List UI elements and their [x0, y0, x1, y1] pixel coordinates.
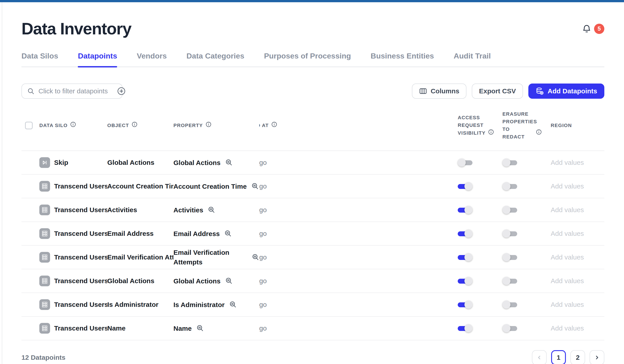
access-request-visibility-toggle[interactable] [458, 230, 472, 238]
inspect-property-icon[interactable] [196, 324, 204, 332]
data-silo-name: Transcend Users [54, 253, 107, 261]
object-name: Global Actions [107, 277, 173, 285]
erasure-redact-toggle[interactable] [502, 182, 517, 190]
column-header-property: PROPERTY [173, 122, 203, 129]
column-header-access-request-visibility: ACCESS REQUEST VISIBILITY [451, 114, 496, 137]
erasure-redact-toggle[interactable] [502, 324, 517, 332]
info-icon[interactable] [132, 121, 137, 129]
region-add-values-button[interactable]: Add values [551, 230, 584, 237]
inspect-property-icon[interactable] [225, 277, 233, 285]
columns-button[interactable]: Columns [412, 84, 467, 99]
access-request-visibility-toggle[interactable] [458, 253, 472, 261]
object-name: Email Verification Attempts [107, 253, 173, 261]
column-header-erasure-properties-to-redact: ERASURE PROPERTIES TO REDACT [496, 110, 542, 141]
erasure-redact-toggle[interactable] [502, 301, 517, 309]
server-icon [39, 323, 50, 334]
inspect-property-icon[interactable] [251, 182, 259, 190]
table-body: Skip Global Actions Global Actions go Ad… [22, 151, 604, 340]
region-add-values-button[interactable]: Add values [551, 159, 584, 166]
erasure-redact-toggle[interactable] [502, 277, 517, 285]
access-request-visibility-toggle[interactable] [458, 182, 472, 190]
erasure-redact-toggle[interactable] [502, 253, 517, 261]
access-request-visibility-toggle[interactable] [458, 277, 472, 285]
table-row[interactable]: Skip Global Actions Global Actions go Ad… [22, 151, 604, 175]
table-row[interactable]: Transcend Users Global Actions Global Ac… [22, 269, 604, 293]
erasure-redact-toggle[interactable] [502, 206, 517, 214]
page-2-button[interactable]: 2 [570, 350, 585, 364]
access-request-visibility-toggle[interactable] [458, 324, 472, 332]
region-add-values-button[interactable]: Add values [551, 206, 584, 214]
pagination: 1 2 [532, 350, 604, 364]
erasure-redact-toggle[interactable] [502, 230, 517, 238]
table-row[interactable]: Transcend Users Email Address Email Addr… [22, 222, 604, 246]
tab-purposes-of-processing[interactable]: Purposes of Processing [264, 51, 351, 66]
info-icon[interactable] [488, 129, 494, 137]
datapoints-table: DATA SILO OBJECT PROPERTY D AT ACCE [22, 99, 604, 340]
info-icon[interactable] [206, 121, 211, 129]
server-icon [39, 205, 50, 215]
add-datapoints-button[interactable]: Add Datapoints [528, 84, 604, 99]
access-request-visibility-toggle[interactable] [458, 159, 472, 167]
tab-business-entities[interactable]: Business Entities [370, 51, 434, 66]
bell-icon [582, 24, 592, 34]
data-silo-name: Transcend Users [54, 277, 107, 285]
created-at-clipped-text: go [259, 230, 267, 237]
inspect-property-icon[interactable] [225, 159, 233, 166]
tab-audit-trail[interactable]: Audit Trail [454, 51, 491, 66]
table-row[interactable]: Transcend Users Name Name go Add values [22, 317, 604, 340]
notifications-button[interactable]: 5 [582, 24, 604, 34]
table-row[interactable]: Transcend Users Is Administrator Is Admi… [22, 293, 604, 317]
tab-data-silos[interactable]: Data Silos [22, 51, 58, 66]
inspect-property-icon[interactable] [224, 230, 232, 237]
table-row[interactable]: Transcend Users Email Verification Attem… [22, 246, 604, 269]
page-title: Data Inventory [22, 19, 131, 38]
next-page-button[interactable] [590, 350, 604, 364]
region-add-values-button[interactable]: Add values [551, 301, 584, 308]
created-at-clipped-text: go [259, 324, 267, 332]
created-at-clipped-text: go [259, 277, 267, 285]
server-icon [39, 276, 50, 286]
filter-datapoints-input[interactable]: Click to filter datapoints [22, 84, 123, 99]
info-icon[interactable] [271, 121, 277, 129]
select-all-checkbox[interactable] [25, 122, 33, 129]
table-row[interactable]: Transcend Users Activities Activities go… [22, 198, 604, 222]
access-request-visibility-toggle[interactable] [458, 301, 472, 309]
prev-page-button[interactable] [532, 350, 547, 364]
table-row[interactable]: Transcend Users Account Creation Time Ac… [22, 175, 604, 198]
erasure-redact-toggle[interactable] [502, 159, 517, 167]
inspect-property-icon[interactable] [208, 206, 215, 214]
region-add-values-button[interactable]: Add values [551, 277, 584, 285]
object-name: Name [107, 324, 173, 332]
column-header-data-silo: DATA SILO [39, 122, 68, 129]
info-icon[interactable] [536, 129, 542, 137]
object-name: Is Administrator [107, 301, 173, 308]
server-icon [39, 299, 50, 310]
notification-badge: 5 [594, 24, 604, 34]
property-name: Is Administrator [173, 300, 225, 310]
tab-datapoints[interactable]: Datapoints [78, 51, 117, 66]
data-silo-name: Transcend Users [54, 230, 107, 237]
property-name: Email Address [173, 229, 220, 239]
region-add-values-button[interactable]: Add values [551, 253, 584, 261]
region-add-values-button[interactable]: Add values [551, 182, 584, 190]
database-plus-icon [536, 87, 544, 95]
export-csv-button[interactable]: Export CSV [472, 84, 523, 99]
access-request-visibility-toggle[interactable] [458, 206, 472, 214]
property-name: Global Actions [173, 158, 221, 168]
created-at-clipped-text: go [259, 159, 267, 166]
add-filter-icon[interactable] [117, 87, 126, 95]
region-add-values-button[interactable]: Add values [551, 324, 584, 332]
data-silo-name: Transcend Users [54, 301, 107, 308]
column-header-created-at-clipped: D AT [259, 122, 269, 129]
tab-vendors[interactable]: Vendors [137, 51, 167, 66]
tab-data-categories[interactable]: Data Categories [186, 51, 244, 66]
inspect-property-icon[interactable] [229, 301, 237, 308]
skip-icon [39, 157, 50, 168]
datapoints-count: 12 Datapoints [22, 354, 65, 361]
property-name: Email Verification Attempts [173, 248, 247, 267]
inspect-property-icon[interactable] [252, 253, 259, 261]
page-1-button[interactable]: 1 [551, 350, 566, 364]
object-name: Account Creation Time [107, 182, 173, 190]
table-header-row: DATA SILO OBJECT PROPERTY D AT ACCE [22, 99, 604, 151]
info-icon[interactable] [70, 121, 76, 129]
